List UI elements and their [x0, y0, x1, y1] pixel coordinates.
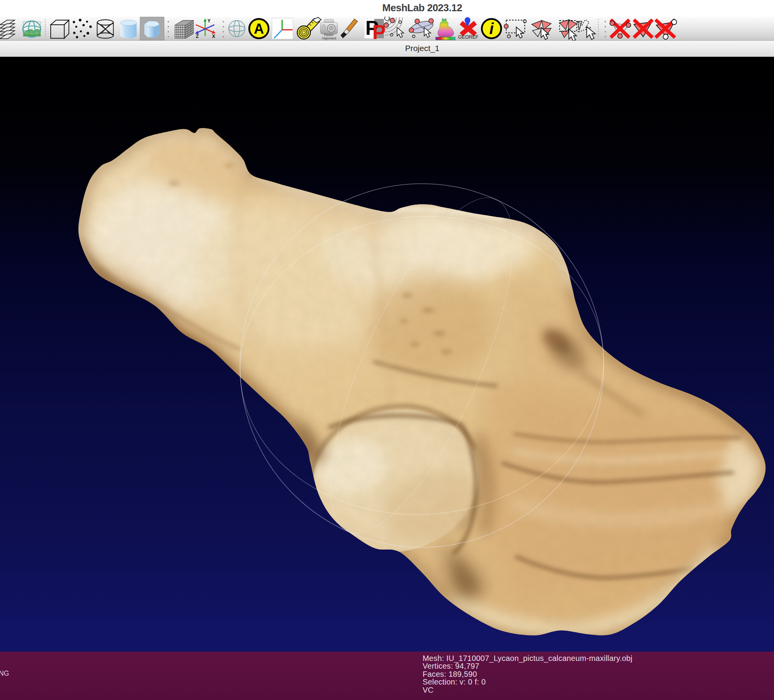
- svg-text:Z: Z: [196, 34, 199, 39]
- svg-text:GEOREF: GEOREF: [458, 34, 479, 40]
- svg-text:P: P: [372, 21, 386, 41]
- svg-text:Alignment: Alignment: [322, 36, 336, 40]
- svg-text:Y: Y: [207, 18, 211, 24]
- svg-text:i: i: [489, 20, 494, 37]
- svg-text:A: A: [254, 21, 264, 37]
- svg-text:X: X: [212, 34, 215, 39]
